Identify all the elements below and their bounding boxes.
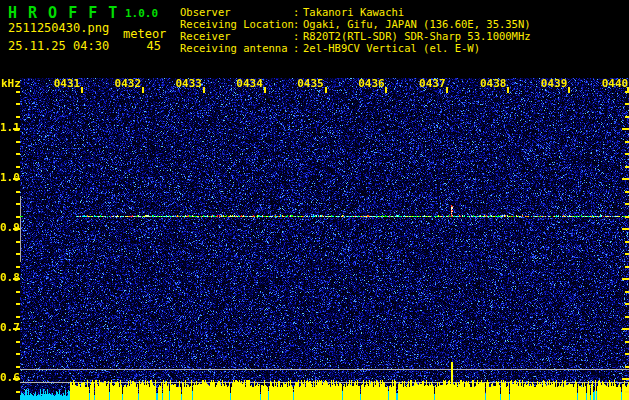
spectrogram-plot: kHz 043104320433043404350436043704380439… — [0, 78, 629, 400]
hrofft-window: H R O F F T 1.0.0 2511250430.png meteor … — [0, 0, 629, 400]
y-tick-label: 1.0 — [0, 171, 14, 184]
info-value: R820T2(RTL-SDR) SDR-Sharp 53.1000MHz — [303, 30, 531, 42]
y-tick-label: 0.8 — [0, 271, 14, 284]
spectrogram-canvas — [0, 78, 629, 400]
info-row-location: Receiving Location:Ogaki, Gifu, JAPAN (1… — [180, 18, 531, 30]
info-label: Receiver — [180, 30, 293, 42]
y-tick-label: 0.9 — [0, 221, 14, 234]
x-tick-label: 0432 — [113, 77, 143, 90]
info-colon: : — [293, 42, 303, 54]
y-axis-unit-label: kHz — [1, 77, 21, 90]
y-tick-label: 1.1 — [0, 121, 14, 134]
info-label: Observer — [180, 6, 293, 18]
info-value: 2el-HB9CV Vertical (el. E-W) — [303, 42, 480, 54]
x-tick-label: 0431 — [52, 77, 82, 90]
x-tick-label: 0440 — [600, 77, 629, 90]
info-value: Takanori Kawachi — [303, 6, 404, 18]
info-colon: : — [293, 30, 303, 42]
info-label: Receiving antenna — [180, 42, 293, 54]
output-filename: 2511250430.png — [8, 21, 109, 35]
echo-count: 45 — [130, 39, 161, 53]
info-colon: : — [293, 18, 303, 30]
x-tick-label: 0435 — [296, 77, 326, 90]
observation-datetime: 25.11.25 04:30 — [8, 39, 109, 53]
x-tick-label: 0439 — [539, 77, 569, 90]
info-value: Ogaki, Gifu, JAPAN (136.60E, 35.35N) — [303, 18, 531, 30]
y-tick-label: 0.6 — [0, 371, 14, 384]
info-colon: : — [293, 6, 303, 18]
x-tick-label: 0433 — [174, 77, 204, 90]
x-tick-label: 0434 — [235, 77, 265, 90]
info-row-receiver: Receiver:R820T2(RTL-SDR) SDR-Sharp 53.10… — [180, 30, 531, 42]
app-version: 1.0.0 — [125, 7, 158, 20]
x-tick-label: 0437 — [417, 77, 447, 90]
x-tick-label: 0438 — [478, 77, 508, 90]
info-row-antenna: Receiving antenna:2el-HB9CV Vertical (el… — [180, 42, 531, 54]
info-row-observer: Observer:Takanori Kawachi — [180, 6, 531, 18]
y-tick-label: 0.7 — [0, 321, 14, 334]
info-label: Receiving Location — [180, 18, 293, 30]
app-title: H R O F F T — [8, 4, 118, 22]
x-tick-label: 0436 — [356, 77, 386, 90]
station-info-block: Observer:Takanori Kawachi Receiving Loca… — [180, 6, 531, 54]
